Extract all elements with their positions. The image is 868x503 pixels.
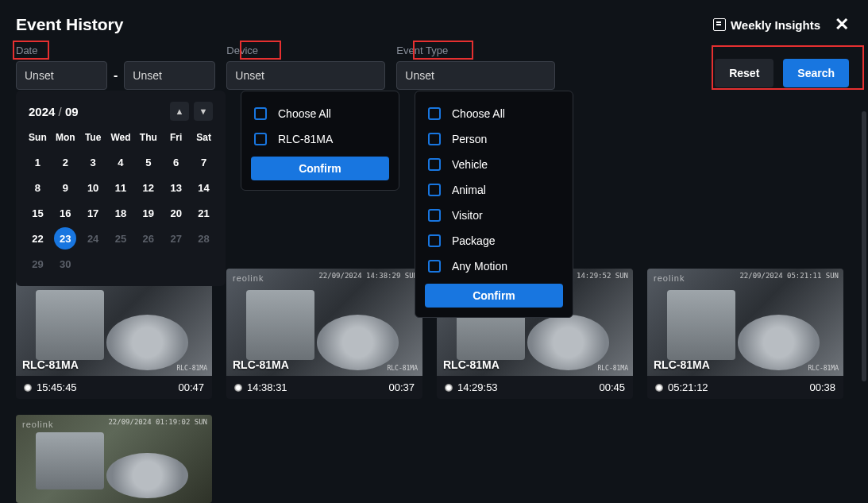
calendar-day[interactable]: 23: [54, 227, 76, 250]
checkbox-icon: [428, 184, 441, 196]
event-option-label: Animal: [452, 184, 486, 196]
calendar-day[interactable]: 13: [165, 176, 187, 199]
clip-card[interactable]: reolink22/09/2024 15:45:45 SUNRLC-81MARL…: [16, 269, 212, 399]
calendar-day[interactable]: 20: [165, 202, 187, 224]
calendar-next-icon[interactable]: ▼: [194, 102, 213, 121]
calendar-day[interactable]: 15: [26, 202, 48, 224]
event-option[interactable]: Choose All: [425, 101, 563, 126]
clip-time: 14:38:31: [234, 381, 287, 393]
device-option[interactable]: Choose All: [251, 101, 389, 126]
reset-button[interactable]: Reset: [715, 59, 773, 87]
device-select[interactable]: Unset: [226, 61, 385, 90]
clip-card[interactable]: reolink22/09/2024 05:21:11 SUNRLC-81MARL…: [647, 269, 843, 399]
calendar-day[interactable]: 25: [110, 227, 132, 250]
clip-overlay-timestamp: 22/09/2024 05:21:11 SUN: [739, 272, 839, 280]
page-title: Event History: [16, 15, 123, 34]
calendar-day[interactable]: 10: [82, 176, 104, 199]
checkbox-icon: [428, 107, 441, 120]
calendar-day[interactable]: 5: [137, 151, 160, 173]
calendar-dow: Tue: [79, 127, 107, 148]
checkbox-icon: [428, 260, 441, 273]
date-dash: -: [114, 68, 118, 83]
record-dot-icon: [234, 384, 242, 392]
calendar-day[interactable]: 2: [54, 151, 76, 173]
clip-duration: 00:38: [809, 381, 835, 393]
calendar-day[interactable]: 3: [82, 151, 104, 173]
weekly-insights-label: Weekly Insights: [731, 18, 820, 32]
calendar-day[interactable]: 6: [165, 151, 187, 173]
checkbox-icon: [428, 209, 441, 222]
clip-overlay-timestamp: 22/09/2024 14:38:29 SUN: [318, 272, 418, 280]
event-option-label: Package: [452, 234, 495, 247]
date-calendar-popover: 2024 / 09 ▲ ▼ SunMonTueWedThuFriSat12345…: [16, 91, 226, 286]
clip-duration: 00:47: [178, 381, 204, 393]
event-option[interactable]: Vehicle: [425, 152, 563, 177]
calendar-day[interactable]: 4: [110, 151, 132, 173]
calendar-dow: Sat: [190, 127, 218, 148]
clip-camera-tag: RLC-81MA: [176, 365, 207, 372]
event-option-label: Person: [452, 133, 487, 145]
watermark: reolink: [654, 273, 685, 283]
calendar-day[interactable]: 27: [165, 227, 187, 250]
calendar-day[interactable]: 19: [137, 202, 160, 224]
record-dot-icon: [445, 384, 453, 392]
event-option[interactable]: Package: [425, 228, 563, 253]
clip-duration: 00:37: [388, 381, 415, 393]
calendar-day[interactable]: 8: [26, 176, 48, 199]
clip-camera-name: RLC-81MA: [233, 358, 289, 371]
calendar-dow: Wed: [107, 127, 135, 148]
calendar-day[interactable]: 30: [54, 253, 76, 275]
device-option-label: Choose All: [278, 107, 331, 120]
calendar-day[interactable]: 21: [193, 202, 215, 224]
weekly-insights-link[interactable]: Weekly Insights: [713, 18, 820, 32]
calendar-day[interactable]: 1: [26, 151, 48, 173]
event-type-label: Event Type: [396, 44, 448, 56]
event-option[interactable]: Any Motion: [425, 253, 563, 279]
clip-card[interactable]: reolink 22/09/2024 01:19:02 SUN: [16, 415, 212, 503]
clip-camera-name: RLC-81MA: [654, 358, 710, 371]
scrollbar[interactable]: [862, 111, 866, 381]
date-from-input[interactable]: Unset: [16, 61, 107, 90]
event-confirm-button[interactable]: Confirm: [425, 284, 563, 308]
calendar-title: 2024 / 09: [29, 105, 79, 118]
event-option-label: Choose All: [452, 107, 505, 120]
calendar-day[interactable]: 22: [26, 227, 48, 250]
calendar-day[interactable]: 16: [54, 202, 76, 224]
event-option[interactable]: Visitor: [425, 203, 563, 228]
clip-time: 15:45:45: [24, 381, 77, 393]
calendar-dow: Thu: [134, 127, 162, 148]
calendar-day[interactable]: 28: [193, 227, 215, 250]
clip-time: 05:21:12: [655, 381, 708, 393]
calendar-day[interactable]: 29: [26, 253, 48, 275]
calendar-day[interactable]: 12: [137, 176, 160, 199]
clip-duration: 00:45: [599, 381, 625, 393]
calendar-day[interactable]: 14: [193, 176, 215, 199]
calendar-day[interactable]: 11: [110, 176, 132, 199]
clip-card[interactable]: reolink22/09/2024 14:38:29 SUNRLC-81MARL…: [226, 269, 422, 399]
calendar-dow: Fri: [162, 127, 190, 148]
calendar-day[interactable]: 7: [193, 151, 215, 173]
device-option[interactable]: RLC-81MA: [251, 126, 389, 152]
event-option[interactable]: Animal: [425, 177, 563, 203]
close-icon[interactable]: ✕: [831, 14, 852, 35]
calendar-day[interactable]: 26: [137, 227, 160, 250]
search-button[interactable]: Search: [783, 59, 849, 87]
clip-camera-tag: RLC-81MA: [808, 365, 839, 372]
calendar-day[interactable]: 18: [110, 202, 132, 224]
record-dot-icon: [655, 384, 663, 392]
watermark: reolink: [233, 273, 264, 283]
clip-thumbnail: reolink 22/09/2024 01:19:02 SUN: [16, 415, 212, 503]
clip-overlay-timestamp: 22/09/2024 01:19:02 SUN: [108, 418, 207, 426]
calendar-day[interactable]: 24: [82, 227, 104, 250]
device-confirm-button[interactable]: Confirm: [251, 157, 389, 180]
clip-camera-tag: RLC-81MA: [387, 365, 418, 372]
calendar-prev-icon[interactable]: ▲: [170, 102, 189, 121]
event-option[interactable]: Person: [425, 126, 563, 152]
event-type-select[interactable]: Unset: [396, 61, 555, 90]
checkbox-icon: [428, 158, 441, 171]
date-to-input[interactable]: Unset: [124, 61, 215, 90]
calendar-day[interactable]: 17: [82, 202, 104, 224]
calendar-day[interactable]: 9: [54, 176, 76, 199]
device-dropdown-panel: Choose AllRLC-81MA Confirm: [241, 91, 399, 191]
clip-camera-name: RLC-81MA: [443, 358, 500, 371]
